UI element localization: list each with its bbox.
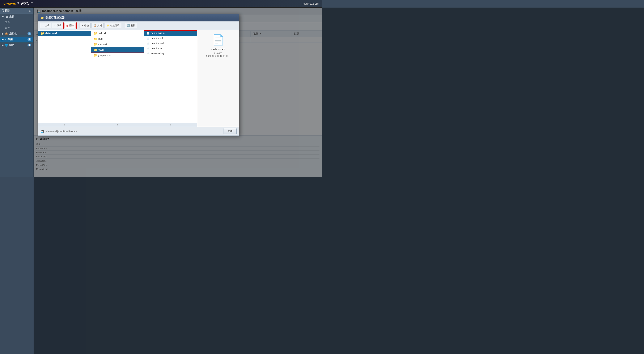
host-icon: 🖥 [6, 15, 8, 18]
modal-overlay: 📁 数据存储浏览器 ⬆ 上载 ⬇ 下载 🗑 删除 ✂ 移动 📋 [34, 8, 322, 177]
arrow-icon-network: ▶ [2, 44, 4, 47]
sidebar-manage-label: 管理 [5, 21, 10, 24]
dialog-title-text: 数据存储浏览器 [46, 16, 65, 20]
folder-icon-jumpserver: 📁 [94, 54, 97, 57]
upload-label: 上载 [45, 24, 49, 27]
file-pane-2: 📁 .sdd.sf 📁 bug 📁 centos7 📁 ceshi [91, 30, 144, 127]
download-button[interactable]: ⬇ 下载 [52, 23, 63, 28]
sidebar-item-monitor[interactable]: 监控 [0, 25, 34, 31]
create-dir-label: 创建目录 [110, 24, 120, 27]
dialog-title-bar: 📁 数据存储浏览器 [38, 14, 239, 22]
file-pane-3: 📄 ceshi.nvram 📄 ceshi.vmdk 📄 ceshi.vmsd … [144, 30, 197, 127]
delete-button[interactable]: 🗑 删除 [64, 23, 76, 28]
pane3-item-log[interactable]: 📄 vmware.log [144, 51, 197, 56]
datastore-browser-dialog: 📁 数据存储浏览器 ⬆ 上载 ⬇ 下载 🗑 删除 ✂ 移动 📋 [38, 14, 239, 136]
create-dir-icon: 📁 [106, 24, 109, 27]
pane2-item-centos7[interactable]: 📁 centos7 [91, 42, 144, 47]
dialog-title-icon: 📁 [40, 16, 44, 19]
file-pane-1: 📁 datastore1 ⇅ [38, 30, 91, 127]
dialog-path: [datastore1] ceshi/ceshi.nvram [46, 130, 77, 133]
pane2-resize[interactable]: ⇅ [91, 123, 144, 127]
pane1-item-label: datastore1 [45, 32, 57, 35]
sidebar-item-storage[interactable]: ▶ ≡ 存储 1 [0, 37, 34, 42]
pane3-inner: 📄 ceshi.nvram 📄 ceshi.vmdk 📄 ceshi.vmsd … [144, 30, 197, 123]
move-label: 移动 [84, 24, 89, 27]
pane3-item-vmsd[interactable]: 📄 ceshi.vmsd [144, 41, 197, 46]
sidebar-vm-label: 虚拟机 [9, 32, 17, 36]
move-icon: ✂ [82, 24, 83, 27]
network-icon: 🌐 [5, 44, 8, 47]
file-icon-nvram: 📄 [146, 32, 150, 35]
pane3-item-vmx[interactable]: 📄 ceshi.vmx [144, 46, 197, 51]
pane3-item-nvram[interactable]: 📄 ceshi.nvram [144, 31, 197, 36]
copy-label: 复制 [97, 24, 102, 27]
file-icon-vmsd: 📄 [146, 42, 150, 45]
pane2-item-ceshi[interactable]: 📁 ceshi [91, 47, 144, 53]
move-button[interactable]: ✂ 移动 [80, 23, 91, 28]
pane2-item-centos7-label: centos7 [98, 43, 107, 46]
pane3-item-vmdk-label: ceshi.vmdk [151, 37, 164, 40]
sidebar-header: 导航器 ▢ [0, 8, 34, 14]
pane1-resize[interactable]: ⇅ [38, 123, 91, 127]
pane1-item-datastore1[interactable]: 📁 datastore1 [38, 31, 91, 36]
pane1-inner: 📁 datastore1 [38, 30, 91, 123]
close-button[interactable]: 关闭 [224, 128, 236, 134]
pane2-item-jumpserver-label: jumpserver [98, 54, 111, 57]
folder-icon: 📁 [40, 32, 44, 35]
upload-button[interactable]: ⬆ 上载 [40, 23, 51, 28]
pane2-item-jumpserver[interactable]: 📁 jumpserver [91, 53, 144, 58]
vm-badge: 2 [28, 32, 31, 35]
preview-date: 2022 年 4 月 12 日 星... [206, 55, 230, 58]
vmware-logo: vmware® ESXi™ [3, 1, 33, 6]
pane2-item-sdd-label: .sdd.sf [98, 32, 106, 35]
network-badge: 1 [28, 44, 31, 47]
folder-icon-centos7: 📁 [94, 43, 97, 46]
pane3-item-vmx-label: ceshi.vmx [151, 47, 162, 50]
preview-file-icon: 📄 [212, 34, 224, 46]
header-user: root@192.168 [303, 2, 319, 5]
arrow-icon-vm: ▶ [2, 32, 4, 35]
pane3-resize[interactable]: ⇅ [144, 123, 197, 127]
copy-icon: 📋 [94, 24, 96, 27]
preview-filename: ceshi.nvram [212, 48, 225, 51]
dialog-content: 📁 datastore1 ⇅ 📁 .sdd.sf 📁 bug [38, 30, 239, 127]
pane2-item-sdd[interactable]: 📁 .sdd.sf [91, 31, 144, 36]
upload-icon: ⬆ [42, 24, 44, 27]
folder-icon-bug: 📁 [94, 37, 97, 41]
download-icon: ⬇ [54, 24, 56, 27]
sidebar-monitor-label: 监控 [5, 26, 10, 30]
copy-button[interactable]: 📋 复制 [92, 23, 104, 28]
pane2-item-ceshi-label: ceshi [98, 48, 104, 51]
sidebar-item-manage[interactable]: 管理 [0, 20, 34, 25]
pane3-item-nvram-label: ceshi.nvram [151, 32, 164, 35]
vmware-wordmark: vmware® ESXi™ [3, 1, 33, 6]
sidebar-collapse-icon[interactable]: ▢ [29, 9, 31, 12]
arrow-icon-storage: ▶ [2, 38, 4, 41]
preview-pane: 📄 ceshi.nvram 8.48 KB 2022 年 4 月 12 日 星.… [197, 30, 239, 127]
dialog-refresh-label: 刷新 [130, 24, 135, 27]
sidebar-storage-label: 存储 [8, 38, 12, 41]
footer-ds-icon: 💾 [40, 130, 44, 133]
pane3-item-vmdk[interactable]: 📄 ceshi.vmdk [144, 36, 197, 41]
top-header: vmware® ESXi™ root@192.168 [0, 0, 322, 8]
pane2-item-bug[interactable]: 📁 bug [91, 36, 144, 42]
delete-label: 删除 [69, 24, 74, 27]
sidebar: 导航器 ▢ ▼ 🖥 主机 管理 监控 ▶ 📦 虚拟机 2 ▶ ≡ 存储 1 [0, 8, 34, 177]
sidebar-host-label: 主机 [9, 15, 14, 19]
sidebar-item-host[interactable]: ▼ 🖥 主机 [0, 14, 34, 20]
storage-icon: ≡ [5, 38, 6, 41]
dialog-refresh-button[interactable]: 🔄 刷新 [125, 23, 137, 28]
pane3-item-log-label: vmware.log [151, 52, 164, 55]
storage-badge: 1 [28, 38, 31, 41]
pane3-item-vmsd-label: ceshi.vmsd [151, 42, 164, 45]
dialog-footer: 💾 [datastore1] ceshi/ceshi.nvram 关闭 [38, 127, 239, 136]
create-dir-button[interactable]: 📁 创建目录 [104, 23, 121, 28]
sidebar-item-network[interactable]: ▶ 🌐 网络 1 [0, 42, 34, 48]
folder-icon-sdd: 📁 [94, 32, 97, 35]
dlg-sep2 [123, 24, 123, 28]
sidebar-item-vm[interactable]: ▶ 📦 虚拟机 2 [0, 31, 34, 37]
vm-icon: 📦 [5, 32, 8, 35]
pane2-item-bug-label: bug [98, 37, 103, 40]
folder-icon-ceshi: 📁 [94, 48, 97, 52]
sidebar-title: 导航器 [2, 9, 10, 13]
